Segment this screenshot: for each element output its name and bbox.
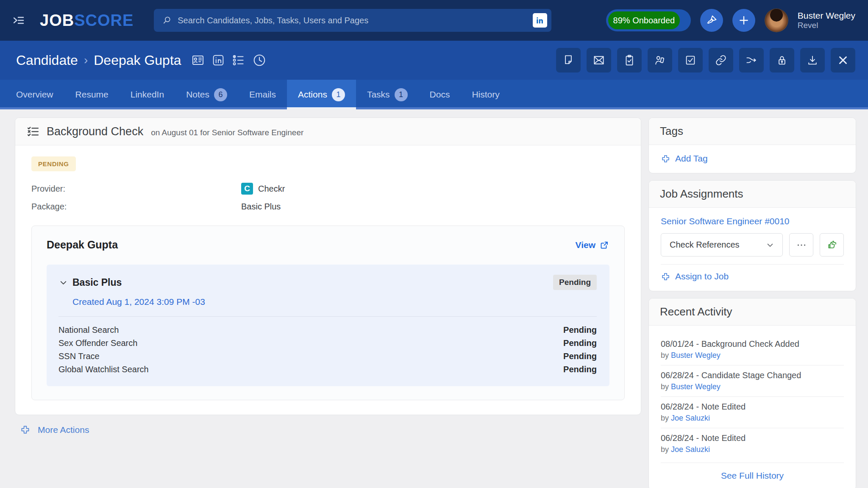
reject-button[interactable] (831, 48, 855, 73)
package-name: Basic Plus (72, 277, 122, 288)
search-status: Pending (563, 323, 597, 337)
add-tag-label: Add Tag (675, 153, 708, 164)
tab-linkedin[interactable]: LinkedIn (120, 80, 175, 109)
see-full-history-link[interactable]: See Full History (721, 471, 784, 480)
activity-actor-link[interactable]: Joe Saluzki (671, 445, 710, 454)
download-button[interactable] (800, 48, 825, 73)
stage-select[interactable]: Check References (661, 233, 783, 257)
linkedin-search-icon[interactable] (533, 13, 547, 28)
more-actions-label: More Actions (38, 425, 89, 435)
add-task-button[interactable] (617, 48, 642, 73)
recent-activity-body: 08/01/24 - Background Check Added by Bus… (649, 326, 856, 488)
tab-notes[interactable]: Notes 6 (175, 80, 238, 109)
provider-value: C Checkr (241, 183, 285, 195)
report-card: Deepak Gupta View (31, 226, 625, 400)
sidebar-expand-icon[interactable] (11, 13, 25, 28)
job-more-options-button[interactable] (789, 233, 813, 257)
assign-to-job-button[interactable]: Assign to Job (661, 271, 844, 282)
activity-item: 08/01/24 - Background Check Added by Bus… (661, 334, 844, 365)
endorse-button[interactable] (820, 233, 844, 257)
lock-button[interactable] (770, 48, 794, 73)
page-content: Background Check on August 01 for Senior… (0, 109, 868, 488)
activity-item: 06/28/24 - Note Edited by Joe Saluzki (661, 396, 844, 428)
schedule-interview-button[interactable] (648, 48, 672, 73)
tab-docs[interactable]: Docs (419, 80, 461, 109)
activity-actor-link[interactable]: Buster Wegley (671, 382, 721, 391)
activity-by: by Buster Wegley (661, 382, 844, 391)
recent-activity-header: Recent Activity (649, 298, 856, 326)
search-row: Sex Offender Search Pending (58, 337, 597, 350)
by-label: by (661, 351, 669, 360)
logo-job-part: JOB (40, 11, 74, 29)
jobscore-logo[interactable]: JOBSCORE (40, 11, 134, 30)
tags-header: Tags (649, 118, 856, 145)
linkedin-outline-icon (211, 53, 225, 67)
plus-icon (738, 14, 750, 26)
activity-title: 08/01/24 - Background Check Added (661, 338, 844, 349)
activity-actor-link[interactable]: Joe Saluzki (671, 414, 710, 422)
user-avatar[interactable] (765, 8, 788, 32)
checkbox-icon (684, 54, 697, 67)
package-value: Basic Plus (241, 202, 281, 212)
customize-button[interactable] (700, 9, 723, 32)
job-assignments-body: Senior Software Engineer #0010 Check Ref… (649, 208, 856, 291)
tab-actions-badge: 1 (332, 88, 345, 101)
more-actions-button[interactable]: More Actions (15, 424, 641, 435)
download-icon (806, 54, 819, 67)
search-status: Pending (563, 337, 597, 350)
approve-button[interactable] (678, 48, 703, 73)
history-quick-button[interactable] (252, 53, 267, 68)
report-created-link[interactable]: Created Aug 1, 2024 3:09 PM -03 (58, 297, 597, 307)
job-link[interactable]: Senior Software Engineer #0010 (661, 216, 790, 226)
search-name: SSN Trace (58, 350, 100, 363)
resume-quick-button[interactable] (191, 53, 205, 67)
breadcrumb-separator: › (84, 53, 88, 67)
provider-row: Provider: C Checkr (31, 182, 625, 195)
onboarding-progress[interactable]: 89% Onboarded (606, 9, 691, 31)
copy-link-button[interactable] (709, 48, 733, 73)
linkedin-quick-button[interactable] (211, 53, 225, 67)
tab-label: Actions (298, 89, 327, 100)
activity-actor-link[interactable]: Buster Wegley (671, 351, 721, 360)
radio-list-icon (231, 53, 246, 67)
add-tag-button[interactable]: Add Tag (661, 153, 844, 164)
tab-history[interactable]: History (461, 80, 510, 109)
stages-quick-button[interactable] (231, 53, 246, 67)
top-navbar: JOBSCORE Search Candidates, Jobs, Tasks,… (0, 0, 868, 41)
background-check-card: Background Check on August 01 for Senior… (15, 117, 641, 415)
tab-label: History (472, 89, 499, 100)
add-note-button[interactable] (556, 48, 581, 73)
breadcrumb-section[interactable]: Candidate (16, 53, 78, 68)
tab-overview[interactable]: Overview (5, 80, 64, 109)
candidate-header-bar: Candidate › Deepak Gupta (0, 41, 868, 80)
tab-tasks-badge: 1 (395, 88, 408, 101)
search-placeholder: Search Candidates, Jobs, Tasks, Users an… (178, 16, 533, 25)
tab-actions[interactable]: Actions 1 (287, 80, 356, 109)
plus-outline-icon (661, 154, 670, 164)
search-name: Sex Offender Search (58, 337, 137, 350)
send-email-button[interactable] (587, 48, 611, 73)
view-label: View (576, 240, 595, 250)
tab-label: LinkedIn (131, 89, 164, 100)
package-status-badge: Pending (553, 275, 597, 290)
tab-emails[interactable]: Emails (238, 80, 287, 109)
user-menu[interactable]: Buster Wegley Revel (798, 10, 855, 31)
candidate-action-bar (556, 48, 855, 73)
activity-by: by Joe Saluzki (661, 445, 844, 454)
double-thumbs-up-icon (826, 239, 838, 251)
global-search-input[interactable]: Search Candidates, Jobs, Tasks, Users an… (154, 9, 551, 32)
provider-name: Checkr (258, 184, 285, 194)
view-report-link[interactable]: View (576, 240, 609, 250)
user-name: Buster Wegley (798, 10, 855, 21)
tab-label: Emails (249, 89, 276, 100)
quick-add-button[interactable] (732, 9, 755, 32)
activity-title: 06/28/24 - Candidate Stage Changed (661, 370, 844, 381)
chevron-down-icon[interactable] (58, 278, 68, 287)
tab-tasks[interactable]: Tasks 1 (356, 80, 419, 109)
activity-item: 06/28/24 - Note Edited by Joe Saluzki (661, 428, 844, 459)
forward-button[interactable] (739, 48, 764, 73)
tab-resume[interactable]: Resume (64, 80, 120, 109)
package-panel-header[interactable]: Basic Plus Pending (58, 275, 597, 290)
tab-label: Overview (16, 89, 53, 100)
search-status: Pending (563, 363, 597, 376)
